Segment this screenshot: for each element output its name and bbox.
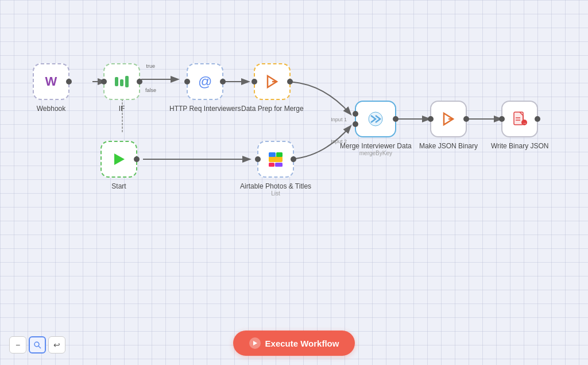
dataprep-input-dot[interactable] [252,79,257,84]
http-label: HTTP Req Interviewers [169,105,241,113]
svg-rect-7 [120,79,123,86]
webhook-label: Webhook [37,105,65,113]
http-input-dot[interactable] [184,79,190,84]
svg-rect-21 [269,152,276,157]
toolbar: Execute Workflow [0,331,588,356]
start-icon [111,151,127,167]
node-http[interactable]: @ HTTP Req Interviewers [169,63,241,113]
start-label: Start [111,182,126,190]
if-false-label: false [145,87,156,93]
airtable-sublabel: List [271,190,280,197]
merge-sublabel: mergeByKey [359,150,392,156]
http-icon: @ [198,74,212,90]
writejson-output-dot[interactable] [535,116,540,122]
writejson-label: Write Binary JSON [491,142,548,150]
node-writejson[interactable]: → Write Binary JSON [491,101,548,150]
dataprep-label: Data Prep for Merge [241,105,304,113]
node-merge[interactable]: Input 1 Input 2 Merge Interviewer Data m… [340,101,412,156]
node-if[interactable]: true false IF [103,63,140,113]
execute-play-icon [249,337,261,349]
merge-input2-dot[interactable]: Input 2 [353,121,358,127]
play-triangle-icon [252,340,258,346]
svg-marker-27 [253,341,257,345]
if-icon [114,74,130,90]
node-webhook[interactable]: W Webhook [33,63,69,113]
node-makejson[interactable]: Make JSON Binary [419,101,478,150]
merge-output-dot[interactable] [393,116,399,122]
svg-marker-19 [114,153,125,165]
svg-rect-22 [276,152,283,157]
svg-rect-24 [275,163,283,167]
svg-rect-6 [115,77,118,86]
airtable-label: Airtable Photos & Titles [240,182,311,190]
webhook-icon: W [45,74,57,89]
http-output-dot[interactable] [220,79,226,84]
airtable-input-dot[interactable] [255,156,261,162]
if-true-label: true [146,63,155,69]
dataprep-icon [264,74,280,90]
execute-label: Execute Workflow [265,339,339,348]
node-airtable[interactable]: Airtable Photos & Titles List [240,141,311,197]
if-input-dot[interactable] [101,79,107,84]
airtable-icon [267,151,284,168]
svg-rect-20 [269,156,283,162]
merge-input2-label: Input 2 [331,139,347,144]
writejson-input-dot[interactable] [499,116,505,122]
if-label: IF [119,105,125,113]
merge-input1-dot[interactable]: Input 1 [353,111,358,117]
workflow-canvas: W Webhook true false IF @ HTTP Req Inter… [0,0,588,365]
merge-input1-label: Input 1 [331,117,347,122]
start-output-dot[interactable] [134,156,140,162]
webhook-output-dot[interactable] [66,79,72,84]
merge-icon [366,110,385,128]
makejson-input-dot[interactable] [428,116,434,122]
airtable-output-dot[interactable] [291,156,296,162]
svg-rect-23 [269,163,274,167]
svg-text:→: → [522,121,527,126]
writejson-icon: → [512,111,528,127]
merge-label: Merge Interviewer Data [340,142,412,150]
makejson-icon [440,111,457,127]
makejson-output-dot[interactable] [463,116,469,122]
execute-workflow-button[interactable]: Execute Workflow [233,331,355,356]
svg-rect-8 [125,76,129,87]
if-output-dot[interactable] [137,79,142,84]
node-dataprep[interactable]: Data Prep for Merge [241,63,304,113]
makejson-label: Make JSON Binary [419,142,478,150]
dataprep-output-dot[interactable] [287,79,293,84]
node-start[interactable]: Start [100,141,137,190]
